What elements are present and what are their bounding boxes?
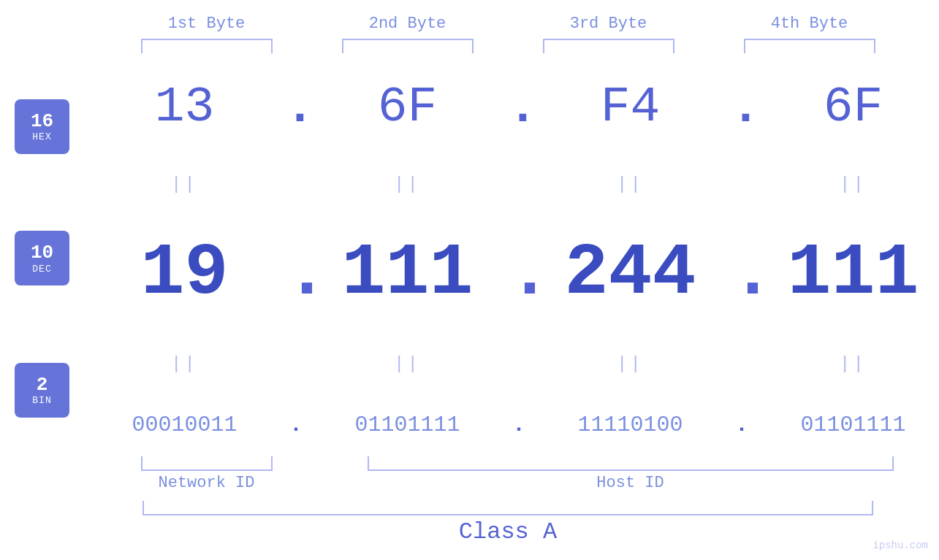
dec-badge: 10 DEC <box>15 231 69 285</box>
sep-dec-1: . <box>285 233 307 315</box>
bin-val-3: 11110100 <box>530 413 731 437</box>
dec-badge-number: 10 <box>31 242 53 264</box>
eq-2b: || <box>307 354 508 374</box>
byte-header-2: 2nd Byte <box>307 15 508 33</box>
hex-badge: 16 HEX <box>15 99 69 154</box>
top-bracket-3 <box>543 39 674 53</box>
badges-column: 16 HEX 10 DEC 2 BIN <box>0 61 84 456</box>
top-brackets <box>106 39 939 53</box>
bin-val-4: 01101111 <box>753 413 939 437</box>
class-label-row: Class A <box>106 515 910 545</box>
sep-hex-1: . <box>285 80 307 136</box>
dec-val-4: 111 <box>753 237 939 310</box>
eq-1b: || <box>84 354 285 374</box>
hex-badge-label: HEX <box>32 131 51 142</box>
dec-val-1: 19 <box>84 237 285 310</box>
byte-headers: 1st Byte 2nd Byte 3rd Byte 4th Byte <box>106 15 939 33</box>
class-bracket-row <box>106 501 910 515</box>
bottom-labels-row: Network ID Host ID <box>106 474 939 492</box>
class-bracket <box>142 501 873 515</box>
eq-4b: || <box>753 354 939 374</box>
bottom-bracket-host <box>368 456 894 471</box>
watermark: ipshu.com <box>873 540 928 551</box>
eq-2a: || <box>307 174 508 194</box>
top-bracket-cell-2 <box>307 39 508 53</box>
sep-hex-2: . <box>508 80 530 136</box>
sep-bin-1: . <box>285 413 307 437</box>
sep-dec-2: . <box>508 233 530 315</box>
sep-dec-3: . <box>731 233 753 315</box>
eq-3a: || <box>530 174 731 194</box>
bottom-brackets-row <box>106 456 939 471</box>
top-bracket-2 <box>342 39 474 53</box>
bin-values-row: 00010011 . 01101111 . 11110100 . <box>84 413 939 437</box>
values-area: 13 . 6F . F4 . 6F <box>84 61 939 456</box>
hex-badge-number: 16 <box>31 111 53 132</box>
host-id-label: Host ID <box>329 474 932 492</box>
eq-4a: || <box>753 174 939 194</box>
main-container: 1st Byte 2nd Byte 3rd Byte 4th Byte 16 H… <box>0 0 939 560</box>
bottom-bracket-network-wrap <box>106 456 307 471</box>
hex-values-row: 13 . 6F . F4 . 6F <box>84 80 939 136</box>
equals-row-1: || || || || <box>84 174 939 194</box>
byte-header-3: 3rd Byte <box>508 15 709 33</box>
hex-val-1: 13 <box>84 83 285 132</box>
bin-badge-number: 2 <box>37 375 48 396</box>
byte-header-4: 4th Byte <box>709 15 910 33</box>
bin-badge: 2 BIN <box>15 363 69 418</box>
bottom-bracket-network <box>141 456 273 471</box>
hex-val-2: 6F <box>307 83 508 132</box>
eq-3b: || <box>530 354 731 374</box>
byte-header-1: 1st Byte <box>106 15 307 33</box>
equals-row-2: || || || || <box>84 354 939 374</box>
bottom-section: Network ID Host ID Class A <box>106 456 939 545</box>
sep-bin-3: . <box>731 413 753 437</box>
top-bracket-cell-4 <box>709 39 910 53</box>
eq-1a: || <box>84 174 285 194</box>
top-bracket-cell-3 <box>508 39 709 53</box>
hex-val-4: 6F <box>753 83 939 132</box>
hex-val-3: F4 <box>530 83 731 132</box>
sep-hex-3: . <box>731 80 753 136</box>
content-area: 16 HEX 10 DEC 2 BIN 13 . <box>0 61 939 456</box>
dec-val-2: 111 <box>307 237 508 310</box>
bin-val-2: 01101111 <box>307 413 508 437</box>
top-bracket-4 <box>744 39 875 53</box>
top-bracket-cell-1 <box>106 39 307 53</box>
network-id-label: Network ID <box>106 474 307 492</box>
dec-val-3: 244 <box>530 237 731 310</box>
class-label: Class A <box>459 518 557 545</box>
bottom-bracket-host-wrap <box>329 456 932 471</box>
dec-values-row: 19 . 111 . 244 . 111 <box>84 233 939 315</box>
sep-bin-2: . <box>508 413 530 437</box>
bin-badge-label: BIN <box>32 395 51 406</box>
dec-badge-label: DEC <box>32 264 51 275</box>
bin-val-1: 00010011 <box>84 413 285 437</box>
top-bracket-1 <box>141 39 273 53</box>
